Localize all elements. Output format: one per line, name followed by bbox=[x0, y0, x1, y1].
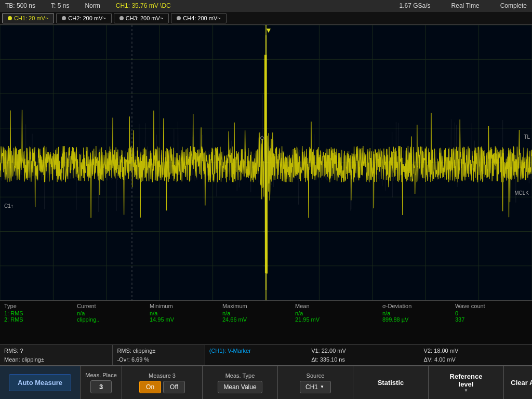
waveform-svg bbox=[0, 25, 532, 300]
ch2-tab[interactable]: CH2: 200 mV~ bbox=[56, 13, 111, 23]
off-button[interactable]: Off bbox=[163, 381, 185, 393]
bottom-button-bar: Auto Measure Meas. Place 3 Measure 3 On … bbox=[0, 365, 532, 399]
ch1-tab-label: CH1: 20 mV~ bbox=[14, 15, 48, 21]
row2-min: 14.95 mV bbox=[150, 316, 222, 323]
t-display: T: 5 ns bbox=[51, 2, 69, 9]
row2-type: 2: RMS bbox=[4, 316, 77, 323]
status-far-right: V2: 18.00 mV ΔV: 4.00 mV bbox=[420, 345, 532, 365]
acq-status: Complete bbox=[500, 2, 527, 9]
norm-display: Norm bbox=[85, 2, 100, 9]
status-right: V1: 22.00 mV Δt: 335.10 ns bbox=[307, 345, 419, 365]
auto-measure-group[interactable]: Auto Measure bbox=[0, 366, 81, 399]
tb-display: TB: 500 ns bbox=[5, 2, 35, 9]
delta-t-display: Δt: 335.10 ns bbox=[311, 355, 415, 364]
channel-display: CH1: 35.76 mV \DC bbox=[116, 2, 171, 9]
col-sigma-header: σ-Deviation bbox=[382, 303, 455, 309]
col-minimum-header: Minimum bbox=[150, 303, 222, 309]
col-current-header: Current bbox=[77, 303, 150, 309]
delta-v-display: ΔV: 4.00 mV bbox=[424, 355, 528, 364]
row1-type: 1: RMS bbox=[4, 310, 77, 316]
row1-min: n/a bbox=[150, 310, 222, 316]
row1-max: n/a bbox=[222, 310, 295, 316]
row2-max: 24.66 mV bbox=[222, 316, 295, 323]
auto-measure-button[interactable]: Auto Measure bbox=[9, 374, 71, 391]
measure3-label: Measure 3 bbox=[149, 373, 176, 379]
status-bar: TB: 500 ns T: 5 ns Norm CH1: 35.76 mV \D… bbox=[0, 0, 532, 11]
ch1-tab[interactable]: CH1: 20 mV~ bbox=[2, 13, 54, 23]
col-mean-header: Mean bbox=[295, 303, 368, 309]
meas-type-label: Meas. Type bbox=[225, 373, 255, 379]
meas-place-value[interactable]: 3 bbox=[90, 380, 112, 393]
ch4-tab[interactable]: CH4: 200 mV~ bbox=[171, 13, 226, 23]
tl-marker: TL bbox=[524, 134, 530, 140]
meas-type-value[interactable]: Mean Value bbox=[218, 381, 262, 393]
row1-current: n/a bbox=[77, 310, 150, 316]
v1-display: V1: 22.00 mV bbox=[311, 347, 415, 355]
row1-sigma: n/a bbox=[382, 310, 455, 316]
c1-label: C1↑ bbox=[4, 203, 14, 209]
on-button[interactable]: On bbox=[139, 381, 161, 393]
status-line2-left: Mean: clipping± bbox=[4, 355, 108, 364]
time-mode: Real Time bbox=[451, 2, 480, 9]
status-line2-right: -Ovr: 6.69 % bbox=[117, 355, 200, 364]
meas-place-label: Meas. Place bbox=[85, 372, 117, 378]
meas-place-group: Meas. Place 3 bbox=[81, 366, 122, 399]
reference-level-label[interactable]: Reference level bbox=[450, 373, 483, 388]
statistic-group[interactable]: Statistic bbox=[353, 366, 429, 399]
row2-mean: 21.95 mV bbox=[295, 316, 368, 323]
status-line1-right: RMS: clipping± bbox=[117, 347, 200, 355]
row2-wavecount: 337 bbox=[455, 316, 528, 323]
ch1-marker-label: (CH1): V-Marker bbox=[209, 347, 303, 355]
channel-tabs: CH1: 20 mV~ CH2: 200 mV~ CH3: 200 mV~ CH… bbox=[0, 11, 532, 25]
sample-rate: 1.67 GSa/s bbox=[400, 2, 431, 9]
ch3-tab-label: CH3: 200 mV~ bbox=[126, 15, 163, 21]
row2-current: clipping.. bbox=[77, 316, 150, 323]
source-group: Source CH1 ▼ bbox=[278, 366, 353, 399]
trigger-arrow: ▼ bbox=[265, 26, 272, 34]
meas-table: Type Current Minimum Maximum Mean σ-Devi… bbox=[0, 300, 532, 344]
statistic-label[interactable]: Statistic bbox=[378, 379, 404, 387]
row1-mean: n/a bbox=[295, 310, 368, 316]
status-line1-left: RMS: ? bbox=[4, 347, 108, 355]
mclk-label: MCLK bbox=[514, 190, 529, 196]
status-message-bar: RMS: ? Mean: clipping± RMS: clipping± -O… bbox=[0, 344, 532, 365]
source-dropdown-icon: ▼ bbox=[320, 384, 324, 389]
row1-wavecount: 0 bbox=[455, 310, 528, 316]
clear-all-group[interactable]: Clear All bbox=[504, 366, 532, 399]
scope-display[interactable]: ▼ TL ◇ C1↑ MCLK bbox=[0, 25, 532, 300]
row2-sigma: 899.88 µV bbox=[382, 316, 455, 323]
ch3-tab[interactable]: CH3: 200 mV~ bbox=[114, 13, 169, 23]
clear-all-label[interactable]: Clear All bbox=[511, 379, 532, 387]
reference-level-arrow: ▼ bbox=[464, 388, 468, 393]
meas-type-group: Meas. Type Mean Value bbox=[203, 366, 278, 399]
status-center-left: RMS: clipping± -Ovr: 6.69 % bbox=[113, 345, 205, 365]
ch2-tab-label: CH2: 200 mV~ bbox=[68, 15, 105, 21]
status-left: RMS: ? Mean: clipping± bbox=[0, 345, 113, 365]
col-maximum-header: Maximum bbox=[222, 303, 295, 309]
col-wavecount-header: Wave count bbox=[455, 303, 528, 309]
source-label: Source bbox=[307, 373, 325, 379]
measure3-group: Measure 3 On Off bbox=[122, 366, 203, 399]
status-center: (CH1): V-Marker bbox=[205, 345, 307, 365]
reference-level-group[interactable]: Reference level ▼ bbox=[429, 366, 504, 399]
v2-display: V2: 18.00 mV bbox=[424, 347, 528, 355]
cursor-diamond: ◇ bbox=[260, 134, 264, 141]
col-type-header: Type bbox=[4, 303, 77, 309]
ch4-tab-label: CH4: 200 mV~ bbox=[183, 15, 220, 21]
source-value[interactable]: CH1 ▼ bbox=[300, 381, 331, 393]
source-ch1: CH1 bbox=[305, 383, 318, 391]
